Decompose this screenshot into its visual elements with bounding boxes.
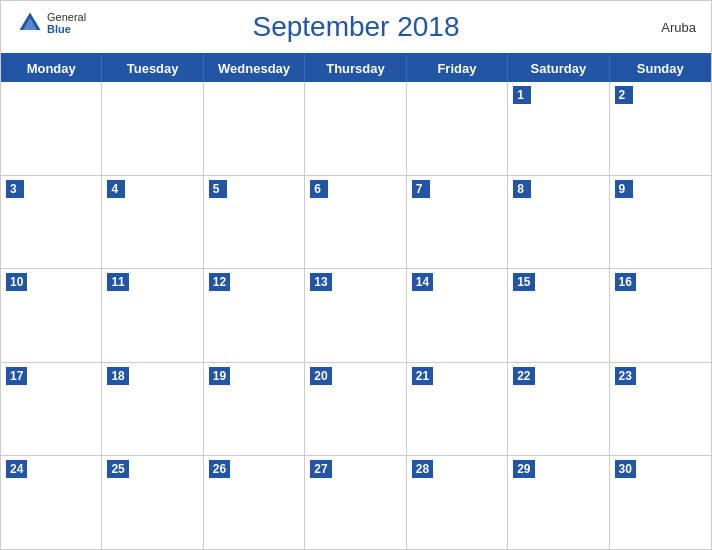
day-number-21: 21 <box>412 367 433 385</box>
week-row-4: 17181920212223 <box>1 363 711 457</box>
calendar-container: General Blue September 2018 Aruba Monday… <box>0 0 712 550</box>
day-cell-3-2: 11 <box>102 269 203 362</box>
day-cell-5-6: 29 <box>508 456 609 549</box>
day-number-22: 22 <box>513 367 534 385</box>
generalblue-logo-icon <box>16 9 44 37</box>
header-wednesday: Wednesday <box>204 55 305 82</box>
day-number-14: 14 <box>412 273 433 291</box>
month-title: September 2018 <box>252 11 459 43</box>
day-cell-3-3: 12 <box>204 269 305 362</box>
day-cell-1-7: 2 <box>610 82 711 175</box>
day-number-6: 6 <box>310 180 328 198</box>
day-cell-4-7: 23 <box>610 363 711 456</box>
header-sunday: Sunday <box>610 55 711 82</box>
day-cell-3-1: 10 <box>1 269 102 362</box>
day-number-19: 19 <box>209 367 230 385</box>
header-thursday: Thursday <box>305 55 406 82</box>
week-row-5: 24252627282930 <box>1 456 711 549</box>
day-cell-5-3: 26 <box>204 456 305 549</box>
day-cell-3-5: 14 <box>407 269 508 362</box>
day-number-26: 26 <box>209 460 230 478</box>
calendar-grid: Monday Tuesday Wednesday Thursday Friday… <box>1 53 711 549</box>
day-cell-1-4 <box>305 82 406 175</box>
day-number-20: 20 <box>310 367 331 385</box>
day-number-30: 30 <box>615 460 636 478</box>
day-number-29: 29 <box>513 460 534 478</box>
day-number-23: 23 <box>615 367 636 385</box>
day-number-7: 7 <box>412 180 430 198</box>
day-number-25: 25 <box>107 460 128 478</box>
day-cell-2-7: 9 <box>610 176 711 269</box>
day-number-13: 13 <box>310 273 331 291</box>
header-monday: Monday <box>1 55 102 82</box>
day-number-15: 15 <box>513 273 534 291</box>
logo-blue-text: Blue <box>47 23 86 35</box>
day-number-27: 27 <box>310 460 331 478</box>
day-number-3: 3 <box>6 180 24 198</box>
week-row-1: 12 <box>1 82 711 176</box>
day-cell-4-3: 19 <box>204 363 305 456</box>
day-cell-3-6: 15 <box>508 269 609 362</box>
country-label: Aruba <box>661 20 696 35</box>
day-cell-5-2: 25 <box>102 456 203 549</box>
logo-general-text: General <box>47 11 86 23</box>
day-cell-1-3 <box>204 82 305 175</box>
day-cell-2-4: 6 <box>305 176 406 269</box>
day-cell-4-1: 17 <box>1 363 102 456</box>
day-cell-1-1 <box>1 82 102 175</box>
day-cell-5-7: 30 <box>610 456 711 549</box>
day-number-11: 11 <box>107 273 128 291</box>
day-cell-4-2: 18 <box>102 363 203 456</box>
day-number-16: 16 <box>615 273 636 291</box>
header-tuesday: Tuesday <box>102 55 203 82</box>
day-cell-1-6: 1 <box>508 82 609 175</box>
day-number-18: 18 <box>107 367 128 385</box>
day-number-5: 5 <box>209 180 227 198</box>
day-cell-1-2 <box>102 82 203 175</box>
day-cell-4-5: 21 <box>407 363 508 456</box>
day-number-24: 24 <box>6 460 27 478</box>
day-number-8: 8 <box>513 180 531 198</box>
day-cell-5-1: 24 <box>1 456 102 549</box>
logo-area: General Blue <box>16 9 86 37</box>
weeks-container: 1234567891011121314151617181920212223242… <box>1 82 711 549</box>
day-number-2: 2 <box>615 86 633 104</box>
day-cell-2-5: 7 <box>407 176 508 269</box>
day-number-4: 4 <box>107 180 125 198</box>
week-row-3: 10111213141516 <box>1 269 711 363</box>
header-saturday: Saturday <box>508 55 609 82</box>
logo-text: General Blue <box>47 11 86 35</box>
day-number-12: 12 <box>209 273 230 291</box>
day-cell-4-4: 20 <box>305 363 406 456</box>
day-cell-5-4: 27 <box>305 456 406 549</box>
day-number-28: 28 <box>412 460 433 478</box>
day-cell-2-1: 3 <box>1 176 102 269</box>
day-cell-2-6: 8 <box>508 176 609 269</box>
day-cell-2-2: 4 <box>102 176 203 269</box>
day-number-1: 1 <box>513 86 531 104</box>
day-number-9: 9 <box>615 180 633 198</box>
day-cell-2-3: 5 <box>204 176 305 269</box>
day-cell-1-5 <box>407 82 508 175</box>
day-cell-3-4: 13 <box>305 269 406 362</box>
day-cell-5-5: 28 <box>407 456 508 549</box>
calendar-header: General Blue September 2018 Aruba <box>1 1 711 53</box>
day-number-17: 17 <box>6 367 27 385</box>
day-headers-row: Monday Tuesday Wednesday Thursday Friday… <box>1 55 711 82</box>
day-cell-4-6: 22 <box>508 363 609 456</box>
week-row-2: 3456789 <box>1 176 711 270</box>
day-number-10: 10 <box>6 273 27 291</box>
header-friday: Friday <box>407 55 508 82</box>
day-cell-3-7: 16 <box>610 269 711 362</box>
